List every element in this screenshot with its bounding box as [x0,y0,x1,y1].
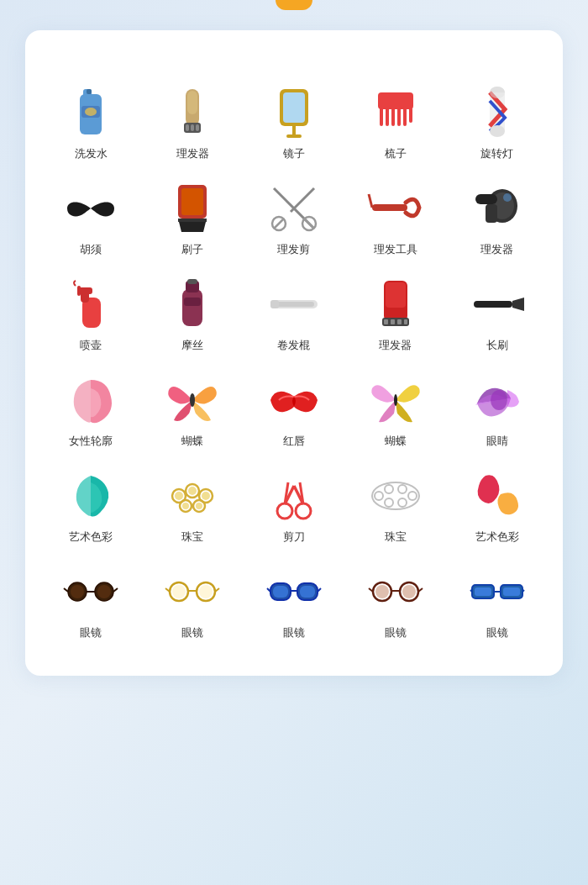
icon-cell-shuazi: 刷子 [142,170,244,266]
svg-rect-54 [386,282,406,308]
icon-cell-jiandao: 剪刀 [244,457,345,553]
svg-point-69 [202,492,210,500]
svg-rect-48 [187,279,197,284]
svg-point-81 [375,492,383,500]
jiandao-label: 剪刀 [283,529,305,545]
svg-line-118 [470,590,472,592]
icon-cell-hudie1: 蝴蝶 [142,361,244,457]
zhubao1-icon [165,469,219,523]
icon-cell-yanjing4: 眼镜 [244,553,345,649]
icons-grid: 洗发水 理发器 镜子 [40,74,548,649]
svg-rect-107 [300,586,315,598]
xifashui-icon [64,86,118,140]
lifagongju-label: 理发工具 [374,242,417,257]
jiandao-icon [267,469,321,523]
yanjing1-label: 眼睛 [486,434,508,449]
svg-rect-21 [409,108,412,123]
icon-cell-juanfagan: 卷发棍 [244,266,345,361]
hudie2-label: 蝴蝶 [385,434,407,449]
mosi-label: 摩丝 [181,338,203,353]
huxu-label: 胡须 [80,242,102,257]
changshua-icon [470,277,524,331]
svg-rect-60 [474,301,512,308]
svg-rect-14 [286,134,302,138]
xifashui-label: 洗发水 [75,146,108,161]
icon-cell-yanjing1: 眼睛 [446,361,548,457]
hongchun-icon [267,373,321,427]
svg-rect-57 [391,319,395,324]
svg-rect-56 [384,319,388,324]
icon-cell-hudie2: 蝴蝶 [344,361,446,457]
svg-point-74 [277,503,292,519]
yanjing5-label: 眼镜 [385,625,407,640]
svg-point-3 [85,108,97,116]
penhu-label: 喷壶 [80,338,102,353]
mosi-icon [165,277,219,331]
shuazi-icon [165,182,219,235]
lifaqi-icon [165,86,219,140]
jingzi-label: 镜子 [283,146,305,161]
lifagongju-icon [369,182,423,235]
icon-cell-nvxing: 女性轮廓 [40,361,142,457]
yanjing3-label: 眼镜 [181,625,203,640]
svg-rect-12 [283,92,305,123]
svg-rect-121 [503,587,520,596]
shuz-label: 梳子 [385,146,407,161]
svg-rect-106 [273,586,288,598]
yanjing3-icon [165,565,219,619]
yishucaise2-label: 艺术色彩 [475,529,519,545]
icon-cell-shuz: 梳子 [344,74,446,170]
yanjing5-icon [369,565,423,619]
lifaqi3-icon [369,277,423,331]
svg-point-63 [491,390,507,410]
svg-rect-10 [196,124,199,131]
svg-point-24 [490,125,505,137]
icon-cell-zhubao2: 珠宝 [344,457,446,553]
svg-point-73 [196,503,202,509]
icon-cell-yishucaise: 艺术色彩 [40,457,142,553]
nvxing-label: 女性轮廓 [69,434,113,449]
svg-line-30 [291,188,314,212]
yishucaise-icon [64,469,118,523]
svg-line-119 [522,590,524,592]
icon-cell-penhu: 喷壶 [40,266,142,361]
svg-point-62 [394,394,397,406]
lifaqi2-label: 理发器 [480,242,513,257]
icon-cell-mosi: 摩丝 [142,266,244,361]
icon-cell-lifaqi3: 理发器 [344,266,446,361]
svg-point-25 [490,87,505,98]
svg-rect-19 [397,108,401,126]
svg-rect-59 [404,319,407,324]
icon-cell-yanjing2: 眼镜 [40,553,142,649]
lifaqi2-icon [470,182,524,235]
svg-point-93 [97,585,111,598]
icon-cell-zhubao1: 珠宝 [142,457,244,553]
juanfagan-label: 卷发棍 [277,338,310,353]
changshua-label: 长刷 [486,338,508,353]
svg-point-86 [385,498,393,507]
svg-rect-46 [182,289,202,326]
svg-point-71 [182,503,189,509]
hudie2-icon [369,373,423,427]
icon-cell-changshua: 长刷 [446,266,548,361]
format-badge [276,0,312,10]
main-card: 洗发水 理发器 镜子 [25,30,563,676]
yanjing2-label: 眼镜 [80,625,102,640]
zhubao2-icon [369,469,423,523]
yanjing4-label: 眼镜 [283,625,305,640]
svg-rect-15 [378,92,413,109]
yanjing2-icon [64,565,118,619]
svg-rect-52 [270,300,279,308]
yishucaise-label: 艺术色彩 [69,529,113,545]
svg-point-82 [385,485,393,493]
svg-rect-45 [77,286,81,296]
svg-point-99 [172,585,186,598]
svg-point-75 [296,503,311,519]
icon-cell-xuanzhuandeng: 旋转灯 [446,74,548,170]
svg-rect-18 [391,108,395,126]
svg-point-100 [199,585,213,598]
svg-point-85 [398,498,407,507]
svg-point-92 [71,585,84,598]
svg-rect-40 [486,204,497,223]
icon-cell-jingzi: 镜子 [244,74,345,170]
